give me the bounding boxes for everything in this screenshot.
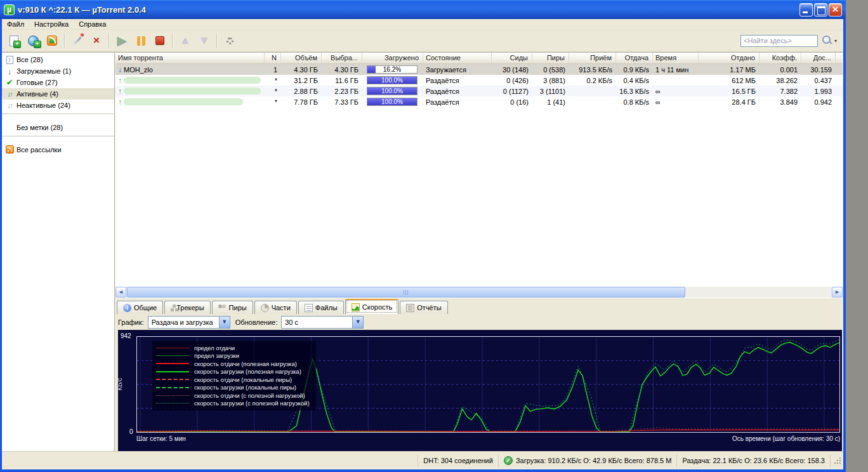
legend-swatch-red-thin [156, 348, 189, 348]
tab-general[interactable]: Общие [117, 301, 163, 314]
legend-item: скорость загрузки (полезная нагрузка) [156, 368, 310, 376]
toolbar: ↓×▶▲▼▾ [2, 30, 843, 52]
stop-torrent-button[interactable] [150, 32, 169, 49]
column-header-order[interactable]: N [265, 53, 281, 63]
sidebar-item-completed[interactable]: ✔Готовые (27) [2, 77, 114, 88]
add-rss-feed-button[interactable] [43, 32, 62, 49]
torrent-name-cell: ↑ [115, 76, 265, 85]
column-header-eta[interactable]: Время [653, 53, 699, 63]
column-header-down_speed[interactable]: Приём [569, 53, 616, 63]
graph-type-select[interactable]: Раздача и загрузка ▼ [148, 316, 230, 329]
toolbar-separator [109, 33, 110, 48]
progress-cell: 100.0% [362, 87, 423, 95]
sidebar-item-downloading[interactable]: ↓Загружаемые (1) [2, 65, 114, 77]
column-header-size[interactable]: Объём [281, 53, 322, 63]
legend-label: скорость отдачи (локальные пиры) [194, 376, 292, 383]
search-input[interactable] [740, 35, 818, 47]
sidebar-item-feeds[interactable]: Все рассылки [2, 144, 114, 155]
column-header-avail[interactable]: Дос... [801, 53, 836, 63]
search-icon[interactable] [822, 35, 833, 46]
close-button[interactable] [829, 3, 842, 16]
preferences-button[interactable] [220, 32, 239, 49]
selected_size-cell: 2.23 ГБ [322, 88, 362, 95]
avail-cell: 30.159 [801, 66, 836, 74]
move-down-queue-button[interactable]: ▼ [195, 32, 214, 49]
tab-trackers[interactable]: Трекеры [164, 301, 210, 314]
wand-icon [71, 34, 84, 47]
column-header-up_speed[interactable]: Отдача [616, 53, 653, 63]
tab-logger[interactable]: Отчёты [400, 301, 447, 314]
order-cell: 1 [265, 66, 281, 74]
column-header-done[interactable]: Загружено [362, 53, 423, 63]
scrollbar-thumb[interactable] [127, 287, 685, 298]
sidebar-item-no-label[interactable]: Без метки (28) [2, 122, 114, 133]
graph-type-label: График: [118, 318, 144, 326]
create-torrent-button[interactable] [68, 32, 87, 49]
column-header-uploaded[interactable]: Отдано [699, 53, 760, 63]
tab-files[interactable]: Файлы [298, 301, 344, 314]
update-interval-label: Обновление: [235, 318, 278, 326]
column-header-seeds[interactable]: Сиды [492, 53, 532, 63]
column-header-status[interactable]: Состояние [423, 53, 492, 63]
size-cell: 4.30 ГБ [281, 66, 322, 74]
update-interval-select[interactable]: 30 с ▼ [281, 316, 364, 329]
progress-bar: 100.0% [367, 87, 418, 95]
progress-cell: 100.0% [362, 76, 423, 84]
status-dht-text: DHT: 304 соединений [423, 457, 493, 464]
sidebar-item-label: Загружаемые (1) [16, 67, 71, 75]
add-torrent-from-url-button[interactable] [23, 32, 43, 49]
censored-name [124, 88, 261, 95]
files-icon [305, 304, 313, 312]
remove-torrent-button[interactable]: × [87, 32, 106, 49]
scrollbar-track[interactable] [685, 287, 832, 298]
column-header-name[interactable]: Имя торрента [115, 53, 265, 63]
resize-grip[interactable] [833, 456, 842, 465]
column-header-selected_size[interactable]: Выбра... [322, 53, 362, 63]
tab-pieces[interactable]: Части [254, 301, 297, 314]
maximize-button[interactable] [814, 3, 827, 16]
sidebar-divider [2, 114, 114, 114]
tab-speed[interactable]: Скорость [345, 299, 399, 314]
menu-bar: ФайлНастройкаСправка [2, 19, 843, 30]
menu-help[interactable]: Справка [74, 20, 111, 29]
scroll-left-button[interactable]: ◄ [115, 287, 126, 298]
column-header-peers[interactable]: Пиры [532, 53, 569, 63]
uploaded-cell: 612 МБ [699, 77, 760, 84]
graph-controls: График: Раздача и загрузка ▼ Обновление:… [117, 314, 843, 330]
check-icon: ✔ [6, 78, 13, 87]
tab-peers[interactable]: Пиры [212, 301, 253, 314]
table-row[interactable]: ↑*2.88 ГБ2.23 ГБ100.0%Раздаётся0 (1127)3… [115, 86, 843, 96]
pause-icon [137, 36, 145, 46]
torrent-name-cell: ↓MOH_zlo [115, 65, 265, 74]
torrent-list: Имя торрентаNОбъёмВыбра...ЗагруженоСосто… [115, 52, 843, 298]
column-header-ratio[interactable]: Коэфф. [760, 53, 801, 63]
ok-check-icon [504, 456, 513, 465]
status-upload-text: Раздача: 22.1 КБ/с O: 23.6 КБ/с Всего: 1… [682, 457, 825, 464]
size-cell: 31.2 ГБ [281, 77, 322, 84]
menu-file[interactable]: Файл [2, 20, 29, 29]
table-row[interactable]: ↑*31.2 ГБ11.6 ГБ100.0%Раздаётся0 (426)3 … [115, 75, 843, 86]
sidebar-item-inactive[interactable]: ↓↑Неактивные (24) [2, 100, 114, 111]
table-row[interactable]: ↓MOH_zlo14.30 ГБ4.30 ГБ16.2%Загружается3… [115, 64, 843, 75]
horizontal-scrollbar[interactable]: ◄ ► [115, 287, 843, 298]
start-torrent-button[interactable]: ▶ [112, 32, 131, 49]
info-icon [123, 304, 131, 312]
sidebar-item-active[interactable]: ↓↑Активные (4) [2, 88, 114, 100]
peers-cell: 0 (538) [532, 66, 569, 74]
add-torrent-button[interactable]: ↓ [4, 32, 23, 49]
toolbar-separator [64, 33, 65, 48]
legend-label: скорость отдачи (полезная нагрузка) [194, 360, 297, 367]
menu-options[interactable]: Настройка [29, 20, 74, 29]
sidebar-item-all[interactable]: ↕Все (28) [2, 54, 114, 65]
ratio-cell: 7.382 [760, 88, 801, 95]
all-torrents-icon: ↕ [4, 55, 15, 64]
move-up-queue-button[interactable]: ▲ [176, 32, 195, 49]
scroll-right-button[interactable]: ► [832, 287, 843, 298]
title-bar[interactable]: µ v:910 К ^:22.1 К — µTorrent 2.0.4 [0, 0, 846, 19]
minimize-button[interactable] [799, 3, 813, 16]
status-dht: DHT: 304 соединений [418, 455, 499, 467]
table-row[interactable]: ↑*7.78 ГБ7.33 ГБ100.0%Раздаётся0 (16)1 (… [115, 96, 843, 107]
search-dropdown-icon[interactable]: ▾ [834, 38, 837, 44]
pause-torrent-button[interactable] [131, 32, 150, 49]
status-cell: Раздаётся [423, 88, 492, 95]
